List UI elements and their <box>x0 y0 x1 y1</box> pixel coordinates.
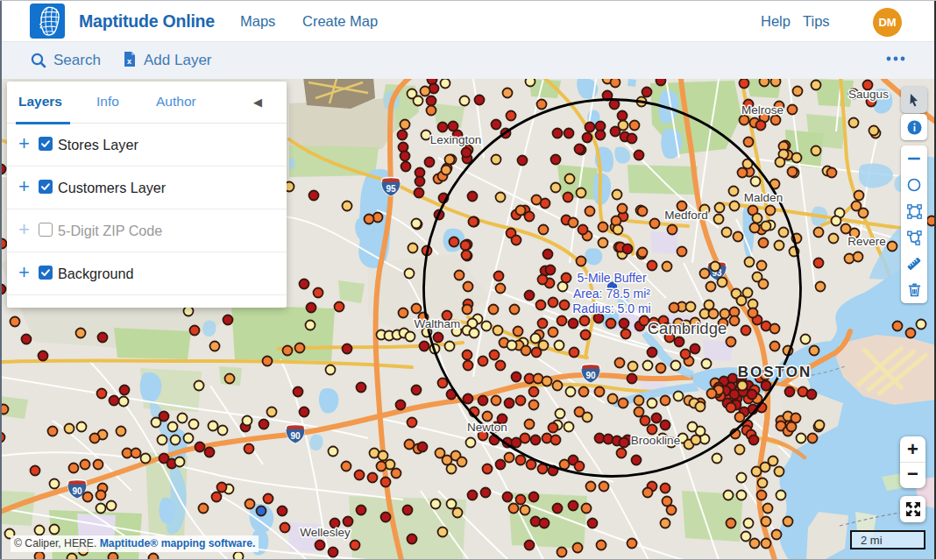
svg-text:Brookline: Brookline <box>631 434 680 447</box>
svg-text:95: 95 <box>386 184 396 194</box>
svg-text:Radius: 5.0 mi: Radius: 5.0 mi <box>572 301 650 315</box>
svg-text:Waltham: Waltham <box>415 317 461 330</box>
svg-text:Cambridge: Cambridge <box>648 319 727 337</box>
svg-text:BOSTON: BOSTON <box>738 364 812 380</box>
svg-text:Saugus: Saugus <box>848 88 889 101</box>
svg-text:Revere: Revere <box>847 235 886 248</box>
svg-text:Malden: Malden <box>744 191 783 204</box>
svg-text:Lexington: Lexington <box>430 133 482 146</box>
svg-text:Area: 78.5 mi²: Area: 78.5 mi² <box>573 287 650 301</box>
svg-text:Medford: Medford <box>664 209 708 222</box>
svg-text:Newton: Newton <box>467 421 507 434</box>
svg-text:5-Mile Buffer: 5-Mile Buffer <box>577 271 646 285</box>
svg-text:x: x <box>127 57 131 66</box>
svg-text:90: 90 <box>290 431 301 441</box>
svg-text:90: 90 <box>585 371 596 380</box>
svg-text:90: 90 <box>72 486 82 496</box>
svg-text:Melrose: Melrose <box>741 103 784 117</box>
svg-text:Wellesley: Wellesley <box>300 526 351 539</box>
